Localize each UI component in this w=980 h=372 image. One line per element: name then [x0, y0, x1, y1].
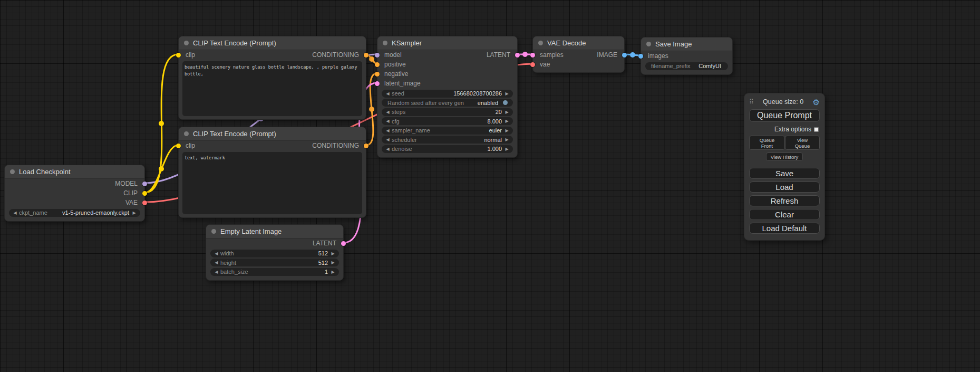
decrement-icon[interactable]: ◀: [384, 145, 391, 153]
menu-header: ⠿ Queue size: 0 ⚙: [749, 97, 820, 107]
output-port-image[interactable]: [622, 53, 627, 58]
input-port-samples[interactable]: [530, 53, 535, 58]
increment-icon[interactable]: ▶: [329, 259, 336, 266]
settings-gear-icon[interactable]: ⚙: [813, 98, 820, 106]
node-ksampler[interactable]: KSampler model LATENT positive negative …: [377, 36, 518, 158]
prev-arrow-icon[interactable]: ◀: [384, 136, 391, 144]
output-port-clip[interactable]: [142, 191, 147, 196]
widget-filename-prefix[interactable]: filename_prefix ComfyUI: [645, 62, 728, 70]
node-title-bar[interactable]: VAE Decode: [533, 36, 624, 50]
node-title-bar[interactable]: Save Image: [641, 37, 732, 51]
widget-sampler-name[interactable]: ◀ sampler_name euler ▶: [382, 127, 513, 135]
node-title-bar[interactable]: KSampler: [377, 36, 517, 50]
widget-random-seed-toggle[interactable]: Random seed after every gen enabled: [382, 99, 513, 107]
view-history-button[interactable]: View History: [766, 152, 803, 161]
decrement-icon[interactable]: ◀: [384, 108, 391, 116]
slot-row: vae: [533, 60, 624, 69]
refresh-button[interactable]: Refresh: [749, 195, 820, 206]
node-title-bar[interactable]: Empty Latent Image: [206, 225, 343, 239]
decrement-icon[interactable]: ◀: [384, 90, 391, 98]
output-port-latent[interactable]: [341, 241, 346, 246]
output-port-model[interactable]: [142, 182, 147, 186]
node-title-bar[interactable]: Load Checkpoint: [5, 165, 144, 179]
input-port-negative[interactable]: [375, 72, 380, 77]
widget-ckpt-name[interactable]: ◀ ckpt_name v1-5-pruned-emaonly.ckpt ▶: [9, 209, 140, 217]
increment-icon[interactable]: ▶: [329, 250, 336, 257]
toggle-indicator[interactable]: [503, 100, 508, 105]
output-port-conditioning[interactable]: [364, 144, 368, 148]
output-label: MODEL: [115, 180, 138, 187]
increment-icon[interactable]: ▶: [503, 145, 510, 153]
load-default-button[interactable]: Load Default: [749, 223, 820, 234]
increment-icon[interactable]: ▶: [329, 268, 336, 276]
prev-arrow-icon[interactable]: ◀: [12, 209, 18, 217]
collapse-dot[interactable]: [184, 41, 189, 45]
widget-height[interactable]: ◀ height 512 ▶: [210, 259, 339, 266]
collapse-dot[interactable]: [383, 41, 387, 45]
input-label: negative: [384, 70, 408, 78]
view-queue-button[interactable]: View Queue: [785, 136, 820, 150]
input-port-latent-image[interactable]: [375, 81, 380, 86]
output-port-vae[interactable]: [142, 201, 147, 205]
drag-handle-icon[interactable]: ⠿: [749, 99, 754, 105]
widget-seed[interactable]: ◀ seed 156680208700286 ▶: [382, 90, 513, 98]
widget-value: euler: [489, 127, 502, 133]
collapse-dot[interactable]: [211, 229, 216, 234]
widget-label: filename_prefix: [651, 63, 691, 69]
widget-label: width: [220, 250, 234, 256]
collapse-dot[interactable]: [10, 169, 15, 174]
next-arrow-icon[interactable]: ▶: [503, 127, 510, 135]
input-port-clip[interactable]: [176, 53, 181, 58]
clear-button[interactable]: Clear: [749, 209, 820, 220]
output-port-conditioning[interactable]: [364, 53, 368, 58]
decrement-icon[interactable]: ◀: [213, 268, 220, 276]
decrement-icon[interactable]: ◀: [213, 250, 220, 257]
widget-steps[interactable]: ◀ steps 20 ▶: [382, 108, 513, 116]
widget-denoise[interactable]: ◀ denoise 1.000 ▶: [382, 145, 513, 153]
widget-width[interactable]: ◀ width 512 ▶: [210, 250, 339, 257]
widget-scheduler[interactable]: ◀ scheduler normal ▶: [382, 136, 513, 144]
widget-value: normal: [484, 137, 502, 143]
input-label: samples: [540, 51, 564, 59]
negative-prompt-textarea[interactable]: text, watermark: [182, 152, 362, 214]
extra-options-row: Extra options: [750, 126, 819, 133]
output-port-latent[interactable]: [515, 53, 520, 58]
slot-row: images: [641, 51, 732, 61]
input-port-vae[interactable]: [530, 62, 535, 67]
input-label: clip: [186, 142, 195, 149]
decrement-icon[interactable]: ◀: [213, 259, 220, 266]
link-dot: [522, 52, 528, 57]
extra-options-checkbox[interactable]: [814, 127, 819, 132]
output-label: LATENT: [487, 51, 510, 59]
node-title-bar[interactable]: CLIP Text Encode (Prompt): [179, 36, 366, 50]
node-load-checkpoint[interactable]: Load Checkpoint MODEL CLIP VAE ◀ ckpt_na…: [4, 165, 145, 222]
positive-prompt-textarea[interactable]: beautiful scenery nature glass bottle la…: [182, 61, 362, 116]
node-clip-text-encode-negative[interactable]: CLIP Text Encode (Prompt) clip CONDITION…: [178, 127, 366, 218]
collapse-dot[interactable]: [184, 131, 189, 136]
input-port-images[interactable]: [638, 54, 643, 59]
node-save-image[interactable]: Save Image images filename_prefix ComfyU…: [641, 37, 733, 75]
node-vae-decode[interactable]: VAE Decode samples IMAGE vae: [532, 36, 625, 73]
node-graph-canvas[interactable]: Load Checkpoint MODEL CLIP VAE ◀ ckpt_na…: [0, 0, 980, 372]
next-arrow-icon[interactable]: ▶: [503, 136, 510, 144]
node-clip-text-encode-positive[interactable]: CLIP Text Encode (Prompt) clip CONDITION…: [178, 36, 366, 120]
node-empty-latent-image[interactable]: Empty Latent Image LATENT ◀ width 512 ▶ …: [206, 224, 344, 281]
increment-icon[interactable]: ▶: [503, 117, 510, 125]
collapse-dot[interactable]: [538, 41, 543, 45]
load-button[interactable]: Load: [749, 182, 820, 193]
widget-batch-size[interactable]: ◀ batch_size 1 ▶: [210, 268, 339, 276]
save-button[interactable]: Save: [749, 168, 820, 179]
input-port-clip[interactable]: [176, 144, 181, 148]
increment-icon[interactable]: ▶: [503, 90, 510, 98]
collapse-dot[interactable]: [646, 42, 651, 46]
input-port-positive[interactable]: [375, 62, 380, 67]
queue-front-button[interactable]: Queue Front: [749, 136, 785, 150]
prev-arrow-icon[interactable]: ◀: [384, 127, 391, 135]
queue-prompt-button[interactable]: Queue Prompt: [749, 109, 820, 122]
input-port-model[interactable]: [375, 53, 380, 58]
next-arrow-icon[interactable]: ▶: [131, 209, 138, 217]
node-title-bar[interactable]: CLIP Text Encode (Prompt): [179, 127, 366, 141]
increment-icon[interactable]: ▶: [503, 108, 510, 116]
decrement-icon[interactable]: ◀: [384, 117, 391, 125]
widget-cfg[interactable]: ◀ cfg 8.000 ▶: [382, 117, 513, 125]
